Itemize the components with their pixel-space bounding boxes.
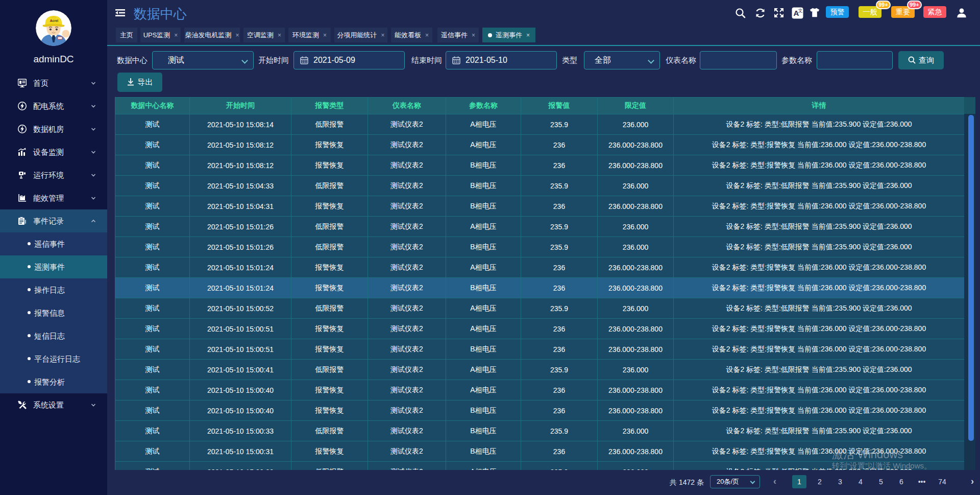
svg-text:文: 文	[798, 8, 803, 13]
